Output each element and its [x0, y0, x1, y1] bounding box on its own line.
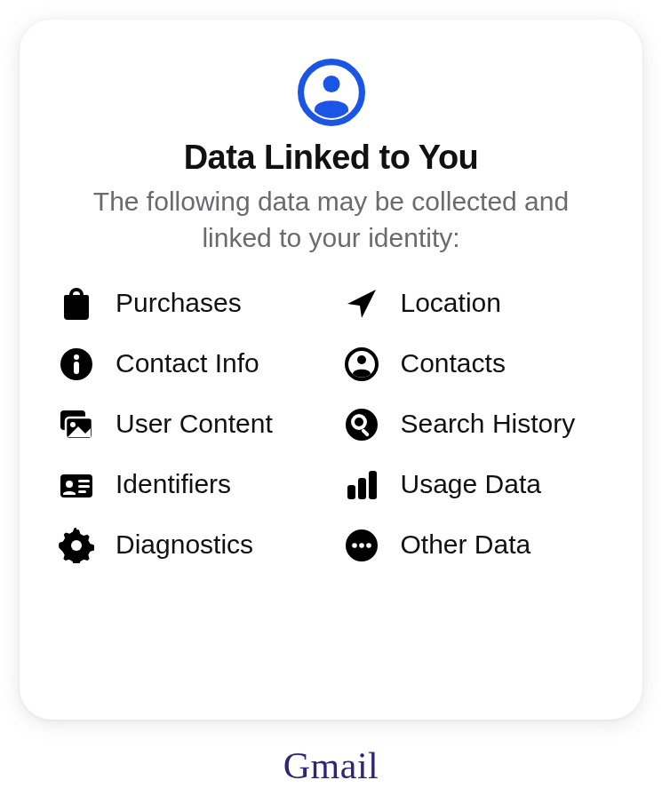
svg-point-1	[323, 76, 339, 92]
svg-rect-21	[369, 471, 377, 499]
category-label: Contact Info	[116, 343, 259, 380]
category-usage-data: Usage Data	[342, 464, 606, 505]
gear-icon	[57, 526, 96, 565]
svg-point-24	[359, 543, 364, 548]
category-other-data: Other Data	[342, 524, 606, 565]
data-categories-grid: Purchases Contact Info User Content Iden…	[57, 283, 605, 565]
privacy-card: Data Linked to You The following data ma…	[20, 20, 642, 720]
category-contacts: Contacts	[342, 343, 606, 384]
svg-rect-12	[78, 490, 86, 493]
category-user-content: User Content	[57, 403, 321, 444]
svg-rect-10	[78, 480, 90, 482]
bar-chart-icon	[342, 466, 381, 505]
category-label: Identifiers	[116, 464, 231, 501]
right-column: Location Contacts Search History Usage D…	[342, 283, 606, 565]
left-column: Purchases Contact Info User Content Iden…	[57, 283, 321, 565]
svg-rect-20	[358, 478, 366, 499]
svg-point-16	[346, 409, 378, 441]
category-diagnostics: Diagnostics	[57, 524, 321, 565]
privacy-card-title: Data Linked to You	[184, 139, 479, 177]
category-label: Other Data	[401, 524, 531, 561]
privacy-card-subtitle: The following data may be collected and …	[57, 184, 605, 256]
svg-point-13	[71, 540, 82, 551]
ellipsis-circle-icon	[342, 526, 381, 565]
media-icon	[57, 405, 96, 444]
category-label: Search History	[401, 403, 576, 441]
category-location: Location	[342, 283, 606, 323]
svg-point-15	[357, 355, 366, 364]
svg-point-9	[66, 481, 73, 488]
svg-point-3	[74, 354, 79, 360]
category-label: Usage Data	[401, 464, 541, 501]
category-contact-info: Contact Info	[57, 343, 321, 384]
person-circle-icon	[342, 345, 381, 384]
svg-point-23	[352, 543, 357, 548]
search-icon	[342, 405, 381, 444]
category-purchases: Purchases	[57, 283, 321, 323]
shopping-bag-icon	[57, 284, 96, 323]
category-label: Diagnostics	[116, 524, 253, 561]
location-arrow-icon	[342, 284, 381, 323]
id-card-icon	[57, 466, 96, 505]
app-name-caption: Gmail	[0, 744, 662, 787]
svg-rect-4	[74, 362, 79, 374]
category-label: User Content	[116, 403, 273, 441]
category-search-history: Search History	[342, 403, 606, 444]
svg-point-25	[366, 543, 371, 548]
category-label: Purchases	[116, 283, 242, 320]
info-icon	[57, 345, 96, 384]
category-label: Contacts	[401, 343, 506, 380]
category-identifiers: Identifiers	[57, 464, 321, 505]
svg-point-7	[70, 422, 76, 427]
person-circle-hero-icon	[298, 59, 365, 126]
svg-rect-11	[78, 485, 90, 488]
category-label: Location	[401, 283, 501, 320]
svg-rect-19	[347, 485, 355, 499]
